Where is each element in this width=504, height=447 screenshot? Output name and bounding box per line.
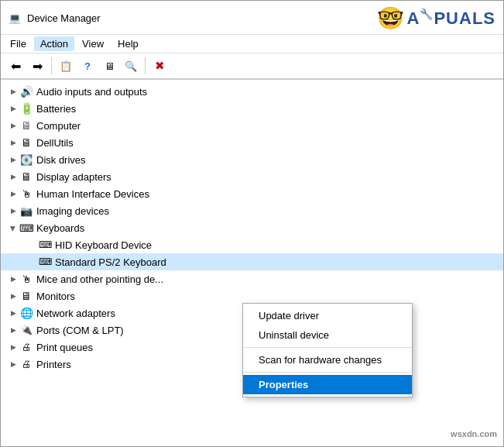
label-monitors: Monitors (36, 291, 75, 302)
remove-button[interactable]: ✖ (149, 56, 170, 76)
context-menu-uninstall[interactable]: Uninstall device (243, 325, 412, 345)
tree-item-hid-keyboard[interactable]: ▶ ⌨ HID Keyboard Device (1, 236, 503, 253)
label-dellutils: DellUtils (36, 137, 74, 149)
icon-hid-keyboard: ⌨ (38, 238, 52, 252)
tree-item-hid[interactable]: ▶ 🖱 Human Interface Devices (1, 185, 503, 202)
app-icon: 💻 (9, 12, 21, 25)
menu-help[interactable]: Help (111, 36, 145, 51)
scan-button[interactable]: 🔍 (121, 56, 141, 76)
icon-batteries: 🔋 (19, 101, 33, 115)
appuals-logo: 🤓 A🔧PUALS (377, 5, 495, 31)
icon-ports: 🔌 (19, 323, 33, 337)
arrow-hid: ▶ (7, 187, 19, 200)
tree-item-keyboards[interactable]: ▶ ⌨ Keyboards (1, 219, 503, 236)
arrow-printqueues: ▶ (7, 341, 19, 353)
label-ports: Ports (COM & LPT) (36, 325, 124, 336)
arrow-mice: ▶ (7, 273, 19, 285)
icon-audio: 🔊 (19, 84, 33, 98)
context-menu-scan[interactable]: Scan for hardware changes (243, 350, 412, 370)
context-menu-sep-2 (243, 372, 412, 373)
label-hid-keyboard: HID Keyboard Device (55, 239, 152, 251)
arrow-network: ▶ (7, 307, 19, 319)
label-imaging: Imaging devices (36, 205, 109, 217)
tree-item-mice[interactable]: ▶ 🖱 Mice and other pointing de... (1, 270, 503, 287)
tree-item-imaging[interactable]: ▶ 📷 Imaging devices (1, 202, 503, 219)
help-button[interactable]: ? (77, 56, 98, 76)
tree-item-computer[interactable]: ▶ 🖥 Computer (1, 117, 503, 134)
menu-action[interactable]: Action (34, 36, 74, 51)
logo-mascot: 🤓 (377, 5, 404, 31)
icon-computer: 🖥 (19, 119, 33, 132)
arrow-displayadapters: ▶ (7, 170, 19, 183)
arrow-keyboards: ▶ (7, 222, 19, 235)
context-menu-sep-1 (243, 347, 412, 348)
forward-button[interactable]: ➡ (27, 56, 47, 76)
content-area: ▶ 🔊 Audio inputs and outputs ▶ 🔋 Batteri… (1, 80, 503, 446)
menu-view[interactable]: View (76, 36, 110, 51)
label-computer: Computer (36, 120, 81, 132)
icon-ps2-keyboard: ⌨ (38, 255, 52, 269)
icon-mice: 🖱 (19, 272, 33, 286)
label-diskdrives: Disk drives (36, 154, 86, 166)
tree-item-batteries[interactable]: ▶ 🔋 Batteries (1, 100, 503, 117)
menu-file[interactable]: File (4, 36, 33, 51)
arrow-diskdrives: ▶ (7, 153, 19, 166)
label-hid: Human Interface Devices (36, 188, 149, 200)
toolbar-sep-2 (145, 57, 146, 74)
device-manager-window: 💻 Device Manager 🤓 A🔧PUALS File Action V… (0, 0, 504, 447)
arrow-dellutils: ▶ (7, 136, 19, 149)
context-menu-properties[interactable]: Properties (243, 375, 412, 394)
label-ps2-keyboard: Standard PS/2 Keyboard (55, 256, 166, 268)
label-audio: Audio inputs and outputs (36, 86, 147, 98)
tree-item-diskdrives[interactable]: ▶ 💽 Disk drives (1, 151, 503, 168)
tree-item-audio[interactable]: ▶ 🔊 Audio inputs and outputs (1, 83, 503, 100)
properties-button[interactable]: 📋 (56, 56, 76, 76)
tree-item-ps2-keyboard[interactable]: ▶ ⌨ Standard PS/2 Keyboard (1, 253, 503, 270)
label-batteries: Batteries (36, 103, 76, 115)
arrow-imaging: ▶ (7, 205, 19, 217)
arrow-audio: ▶ (7, 85, 19, 98)
label-keyboards: Keyboards (36, 222, 84, 234)
toolbar-sep-1 (51, 57, 52, 74)
icon-hid: 🖱 (19, 187, 33, 201)
icon-diskdrives: 💽 (19, 153, 33, 167)
arrow-batteries: ▶ (7, 102, 19, 115)
context-menu: Update driver Uninstall device Scan for … (242, 303, 413, 397)
icon-imaging: 📷 (19, 204, 33, 218)
arrow-ports: ▶ (7, 324, 19, 336)
arrow-printers: ▶ (7, 358, 19, 370)
label-mice: Mice and other pointing de... (36, 273, 163, 285)
back-button[interactable]: ⬅ (5, 56, 26, 76)
toolbar: ⬅ ➡ 📋 ? 🖥 🔍 ✖ (1, 53, 503, 80)
logo-text: A🔧PUALS (407, 8, 495, 29)
label-displayadapters: Display adapters (36, 171, 111, 183)
arrow-monitors: ▶ (7, 290, 19, 302)
window-title: Device Manager (27, 12, 101, 24)
icon-dellutils: 🖥 (19, 136, 33, 150)
icon-monitors: 🖥 (19, 289, 33, 303)
title-bar: 💻 Device Manager 🤓 A🔧PUALS (1, 1, 503, 35)
icon-network: 🌐 (19, 306, 33, 320)
tree-item-displayadapters[interactable]: ▶ 🖥 Display adapters (1, 168, 503, 185)
tree-item-dellutils[interactable]: ▶ 🖥 DellUtils (1, 134, 503, 151)
update-driver-button[interactable]: 🖥 (99, 56, 119, 76)
label-network: Network adapters (36, 308, 115, 319)
label-printers: Printers (36, 359, 71, 370)
icon-displayadapters: 🖥 (19, 170, 33, 184)
label-printqueues: Print queues (36, 342, 93, 353)
icon-keyboards: ⌨ (19, 221, 33, 235)
menu-bar: File Action View Help (1, 35, 503, 53)
icon-printers: 🖨 (19, 357, 33, 371)
tree-item-monitors[interactable]: ▶ 🖥 Monitors (1, 287, 503, 304)
icon-printqueues: 🖨 (19, 340, 33, 354)
context-menu-update[interactable]: Update driver (243, 306, 412, 325)
watermark: wsxdn.com (451, 429, 497, 438)
arrow-computer: ▶ (7, 119, 19, 132)
